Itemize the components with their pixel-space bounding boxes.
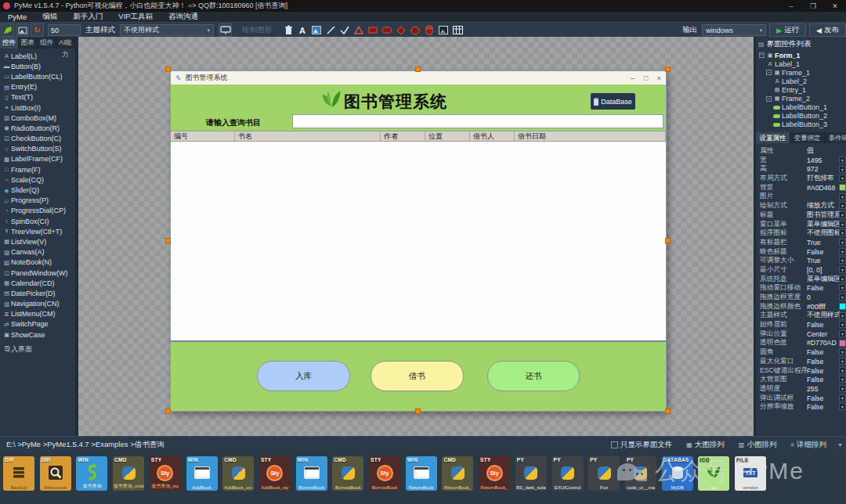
table-column-书名[interactable]: 书名	[235, 131, 381, 141]
form-button-入库[interactable]: 入库	[257, 361, 350, 391]
property-edit-button[interactable]: ▾	[839, 211, 846, 218]
palette-item-Progress(P)[interactable]: ▱Progress(P)	[0, 196, 75, 206]
file-tile-Fun[interactable]: PYFun	[588, 456, 620, 491]
file-tile-Resources[interactable]: DIRResources	[40, 456, 71, 491]
property-edit-button[interactable]: ▾	[839, 166, 846, 173]
property-edit-button[interactable]: ▾	[839, 394, 846, 401]
palette-item-ListView(V)[interactable]: ▦ListView(V)	[0, 236, 75, 247]
tree-expander-icon[interactable]: −	[766, 70, 772, 75]
tree-node-Form_1[interactable]: −▣Form_1	[756, 51, 846, 59]
property-edit-button[interactable]: ▾	[839, 385, 846, 392]
trash-icon[interactable]	[283, 25, 294, 36]
property-edit-button[interactable]: ▾	[839, 358, 846, 365]
file-tile-ico[interactable]: ICOico	[698, 456, 729, 491]
property-edit-button[interactable]: ▾	[839, 175, 846, 182]
property-edit-button[interactable]: ▾	[839, 157, 846, 164]
picture-icon[interactable]	[16, 23, 29, 37]
palette-item-SwitchPage[interactable]: ⇄SwitchPage	[0, 319, 75, 329]
form-close-icon[interactable]: ×	[653, 74, 666, 82]
file-tile-code_ui__ma[interactable]: PYcode_ui__ma	[625, 456, 656, 491]
menu-item-新手入门[interactable]: 新手入门	[65, 12, 110, 22]
selection-handle-bm[interactable]	[415, 409, 421, 414]
checkbox-icon[interactable]	[611, 441, 618, 448]
tree-expander-icon[interactable]: −	[759, 52, 765, 58]
file-tile-BS_dark_sola[interactable]: PYBS_dark_sola	[515, 456, 547, 491]
selection-handle-mr[interactable]	[665, 238, 671, 243]
table-column-借书日期[interactable]: 借书日期	[515, 131, 666, 141]
restore-button[interactable]: ❐	[802, 2, 824, 10]
palette-item-DatePicker(D)[interactable]: ▤DatePicker(D)	[0, 288, 75, 298]
menu-item-编辑[interactable]: 编辑	[34, 12, 65, 22]
file-tile-借书查询[interactable]: WIN借书查询	[76, 456, 107, 491]
text-tool-icon[interactable]: A	[297, 25, 308, 36]
more-options-icon[interactable]: ▼	[837, 442, 843, 448]
file-tile-BorrowBook[interactable]: CMDBorrowBook	[332, 456, 363, 491]
menu-item-VIP工具箱[interactable]: VIP工具箱	[110, 12, 161, 22]
rotate-icon[interactable]: ↻	[31, 23, 44, 37]
table-column-编号[interactable]: 编号	[171, 131, 235, 141]
search-entry[interactable]	[292, 114, 663, 128]
inspector-tab-事件响应[interactable]: 事件响应	[825, 132, 846, 143]
form-button-借书[interactable]: 借书	[371, 361, 464, 391]
book-table-body[interactable]	[171, 142, 666, 340]
palette-item-TreeView(Ctl+T)[interactable]: ŦTreeView(Ctl+T)	[0, 226, 75, 236]
color-swatch[interactable]	[839, 340, 846, 347]
selection-handle-ml[interactable]	[165, 238, 171, 243]
palette-item-Frame(F)[interactable]: □Frame(F)	[0, 164, 75, 175]
file-tile-ReturnBook_[interactable]: STYStyReturnBook_	[479, 456, 510, 491]
property-edit-button[interactable]: ▾	[839, 330, 846, 337]
file-tile-借书查询_cmd[interactable]: CMD借书查询_cmd	[113, 456, 144, 491]
property-edit-button[interactable]: ▾	[839, 376, 846, 383]
property-edit-button[interactable]: ▾	[839, 348, 846, 355]
diamond-tool-icon[interactable]	[396, 25, 407, 36]
property-edit-button[interactable]: ▾	[839, 367, 846, 374]
property-edit-button[interactable]: ▾	[839, 312, 846, 319]
database-button[interactable]: DataBase	[591, 93, 635, 110]
tree-node-Label_1[interactable]: ALabel_1	[756, 59, 846, 68]
design-canvas[interactable]: ✎ 图书管理系统 – □ × 图书管理系统	[78, 37, 754, 436]
palette-item-RadioButton(R)[interactable]: ◉RadioButton(R)	[0, 123, 75, 133]
file-tile-BorrowBook[interactable]: STYStyBorrowBook	[369, 456, 400, 491]
palette-item-Button(B)[interactable]: ▬Button(B)	[0, 61, 75, 71]
palette-item-SpinBox(CI)[interactable]: ↕SpinBox(CI)	[0, 216, 75, 226]
polyline-tool-icon[interactable]	[339, 25, 350, 36]
palette-item-Slider(Q)[interactable]: ◆Slider(Q)	[0, 185, 75, 195]
platform-select[interactable]: windows▾	[702, 24, 766, 36]
tree-node-LabelButton_3[interactable]: LabelButton_3	[756, 121, 846, 129]
cylinder-tool-icon[interactable]	[424, 25, 435, 36]
inspector-tab-变量绑定[interactable]: 变量绑定	[790, 132, 825, 143]
palette-tab-图表[interactable]: 图表	[19, 37, 38, 49]
import-ui-item[interactable]: 导入界面	[0, 344, 75, 355]
file-tile-version[interactable]: FILETXTversion	[735, 456, 766, 491]
run-button[interactable]: ▶运行	[769, 23, 806, 37]
table-column-作者[interactable]: 作者	[381, 131, 425, 141]
palette-item-NoteBook(N)[interactable]: ▧NoteBook(N)	[0, 257, 75, 268]
property-edit-button[interactable]: ▾	[839, 239, 846, 246]
view-option-小图排列[interactable]: ▥小图排列	[739, 440, 777, 450]
file-tile-借书查询_sty[interactable]: STYSty借书查询_sty	[150, 456, 181, 491]
ellipse-tool-icon[interactable]	[381, 25, 392, 36]
palette-tab-控件[interactable]: 控件	[0, 37, 19, 49]
table-tool-icon[interactable]	[452, 25, 463, 36]
menu-item-咨询沟通[interactable]: 咨询沟通	[161, 12, 206, 22]
form-minimize-icon[interactable]: –	[626, 74, 639, 82]
publish-button[interactable]: ◀发布	[809, 23, 846, 37]
rectangle-tool-icon[interactable]	[367, 25, 378, 36]
palette-item-ListMenu(CM)[interactable]: ≣ListMenu(CM)	[0, 309, 75, 319]
property-edit-button[interactable]: ▾	[839, 202, 846, 209]
property-edit-button[interactable]: ▾	[839, 221, 846, 228]
palette-tab-组件[interactable]: 组件	[38, 37, 56, 49]
palette-item-ComboBox(M)[interactable]: ▥ComboBox(M)	[0, 113, 75, 123]
view-option-详细排列[interactable]: ≡详细排列	[790, 440, 826, 450]
palette-item-ShowCase[interactable]: ▣ShowCase	[0, 329, 75, 340]
palette-item-PanedWindow(W)[interactable]: ◫PanedWindow(W)	[0, 268, 75, 278]
palette-item-LabelButton(CL)[interactable]: ▭LabelButton(CL)	[0, 71, 75, 81]
palette-item-Navigation(CN)[interactable]: ▥Navigation(CN)	[0, 299, 75, 309]
selection-handle-bl[interactable]	[165, 409, 171, 414]
property-edit-button[interactable]: ▾	[839, 293, 846, 301]
property-edit-button[interactable]: ▾	[839, 321, 846, 328]
tree-node-LabelButton_2[interactable]: LabelButton_2	[756, 112, 846, 121]
palette-item-LabelFrame(CF)[interactable]: ▩LabelFrame(CF)	[0, 154, 75, 164]
palette-tab-AI能力[interactable]: AI能力	[56, 37, 75, 49]
tree-node-Frame_2[interactable]: −▦Frame_2	[756, 94, 846, 103]
